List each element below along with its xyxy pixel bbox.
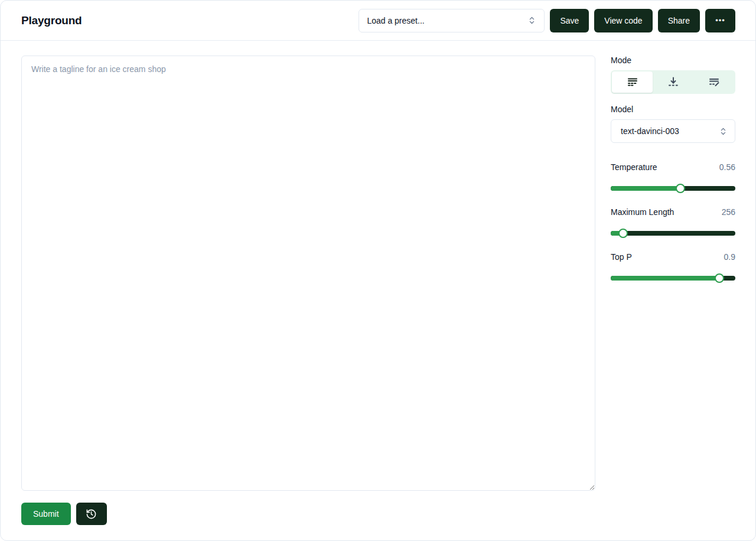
model-label: Model <box>611 105 735 114</box>
temperature-slider[interactable] <box>611 186 735 191</box>
temperature-label: Temperature <box>611 162 657 172</box>
settings-sidebar: Mode <box>611 56 735 540</box>
main-content: Submit Mode <box>1 41 755 540</box>
model-select-value: text-davinci-003 <box>621 126 679 136</box>
view-code-button[interactable]: View code <box>594 9 652 32</box>
maximum-length-control: Maximum Length 256 <box>611 207 735 236</box>
maximum-length-label: Maximum Length <box>611 207 674 217</box>
mode-tab-edit[interactable] <box>693 71 734 93</box>
top-p-control: Top P 0.9 <box>611 252 735 281</box>
header: Playground Load a preset... Save View co… <box>1 1 755 41</box>
edit-mode-icon <box>708 76 720 88</box>
top-p-slider-thumb[interactable] <box>715 273 724 283</box>
maximum-length-value: 256 <box>722 207 735 217</box>
page-title: Playground <box>21 14 82 27</box>
more-options-button[interactable]: ••• <box>705 9 735 32</box>
chevrons-up-down-icon <box>527 16 536 25</box>
chevrons-up-down-icon <box>719 127 728 136</box>
editor-column: Submit <box>21 56 595 540</box>
submit-button[interactable]: Submit <box>21 503 71 525</box>
share-button[interactable]: Share <box>658 9 700 32</box>
maximum-length-slider-thumb[interactable] <box>618 229 628 238</box>
editor-actions: Submit <box>21 503 595 525</box>
temperature-slider-thumb[interactable] <box>676 184 685 193</box>
prompt-input[interactable] <box>21 56 595 491</box>
mode-tab-insert[interactable] <box>653 71 693 93</box>
temperature-value: 0.56 <box>719 162 735 172</box>
mode-tabs <box>611 70 735 94</box>
complete-mode-icon <box>627 76 638 88</box>
mode-label: Mode <box>611 56 735 65</box>
load-preset-select[interactable]: Load a preset... <box>359 9 545 32</box>
history-icon <box>86 509 97 520</box>
slider-range <box>611 186 680 191</box>
top-p-value: 0.9 <box>724 252 735 262</box>
top-p-slider[interactable] <box>611 276 735 281</box>
maximum-length-slider[interactable] <box>611 231 735 236</box>
header-actions: Load a preset... Save View code Share ••… <box>359 9 735 32</box>
history-button[interactable] <box>76 503 107 525</box>
save-button[interactable]: Save <box>550 9 589 32</box>
load-preset-value: Load a preset... <box>367 16 424 25</box>
temperature-control: Temperature 0.56 <box>611 162 735 191</box>
ellipsis-icon: ••• <box>715 16 725 25</box>
insert-mode-icon <box>667 76 679 88</box>
top-p-label: Top P <box>611 252 632 262</box>
model-select[interactable]: text-davinci-003 <box>611 119 735 143</box>
playground-window: Playground Load a preset... Save View co… <box>0 0 756 541</box>
mode-tab-complete[interactable] <box>612 71 653 93</box>
slider-range <box>611 276 719 281</box>
